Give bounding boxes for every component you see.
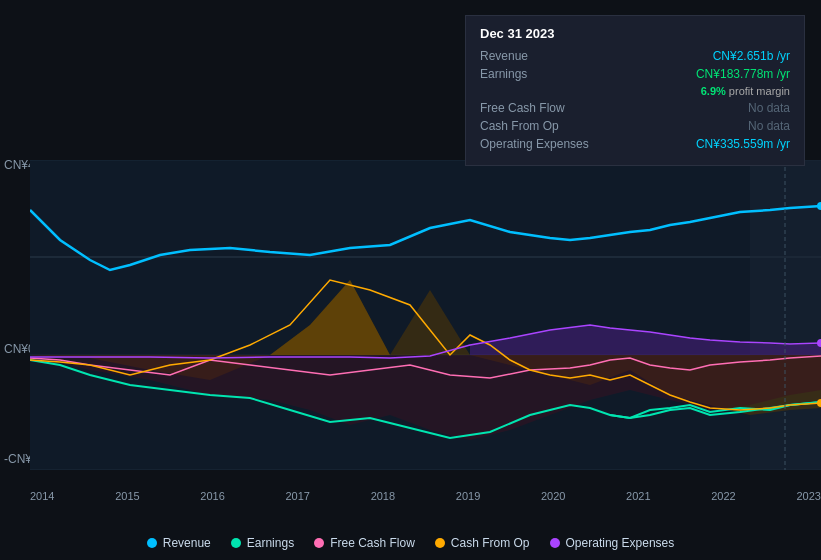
x-label-2018: 2018: [371, 490, 395, 502]
x-label-2016: 2016: [200, 490, 224, 502]
tooltip-date: Dec 31 2023: [480, 26, 790, 41]
legend-label-opex: Operating Expenses: [566, 536, 675, 550]
legend-label-earnings: Earnings: [247, 536, 294, 550]
legend-item-cfo[interactable]: Cash From Op: [435, 536, 530, 550]
legend-item-revenue[interactable]: Revenue: [147, 536, 211, 550]
tooltip-row-cfo: Cash From Op No data: [480, 119, 790, 133]
tooltip-label-fcf: Free Cash Flow: [480, 101, 600, 115]
tooltip-row-margin: 6.9% profit margin: [480, 85, 790, 97]
x-label-2014: 2014: [30, 490, 54, 502]
tooltip-value-revenue: CN¥2.651b /yr: [713, 49, 790, 63]
legend-dot-fcf: [314, 538, 324, 548]
info-tooltip: Dec 31 2023 Revenue CN¥2.651b /yr Earnin…: [465, 15, 805, 166]
legend-dot-cfo: [435, 538, 445, 548]
tooltip-value-fcf: No data: [748, 101, 790, 115]
legend-item-fcf[interactable]: Free Cash Flow: [314, 536, 415, 550]
tooltip-value-cfo: No data: [748, 119, 790, 133]
x-label-2023: 2023: [796, 490, 820, 502]
legend-item-earnings[interactable]: Earnings: [231, 536, 294, 550]
legend-label-cfo: Cash From Op: [451, 536, 530, 550]
tooltip-row-fcf: Free Cash Flow No data: [480, 101, 790, 115]
chart-svg[interactable]: [30, 160, 821, 470]
tooltip-row-opex: Operating Expenses CN¥335.559m /yr: [480, 137, 790, 151]
tooltip-label-cfo: Cash From Op: [480, 119, 600, 133]
legend-label-revenue: Revenue: [163, 536, 211, 550]
x-label-2021: 2021: [626, 490, 650, 502]
x-label-2022: 2022: [711, 490, 735, 502]
x-label-2015: 2015: [115, 490, 139, 502]
tooltip-label-opex: Operating Expenses: [480, 137, 600, 151]
tooltip-row-revenue: Revenue CN¥2.651b /yr: [480, 49, 790, 63]
x-label-2020: 2020: [541, 490, 565, 502]
legend-dot-revenue: [147, 538, 157, 548]
legend-dot-opex: [550, 538, 560, 548]
tooltip-label-earnings: Earnings: [480, 67, 600, 81]
legend-item-opex[interactable]: Operating Expenses: [550, 536, 675, 550]
chart-legend: Revenue Earnings Free Cash Flow Cash Fro…: [0, 536, 821, 550]
tooltip-label-revenue: Revenue: [480, 49, 600, 63]
chart-container: Dec 31 2023 Revenue CN¥2.651b /yr Earnin…: [0, 0, 821, 560]
legend-label-fcf: Free Cash Flow: [330, 536, 415, 550]
tooltip-value-margin: 6.9% profit margin: [701, 85, 790, 97]
x-label-2019: 2019: [456, 490, 480, 502]
tooltip-value-opex: CN¥335.559m /yr: [696, 137, 790, 151]
tooltip-value-earnings: CN¥183.778m /yr: [696, 67, 790, 81]
tooltip-row-earnings: Earnings CN¥183.778m /yr: [480, 67, 790, 81]
legend-dot-earnings: [231, 538, 241, 548]
x-label-2017: 2017: [285, 490, 309, 502]
